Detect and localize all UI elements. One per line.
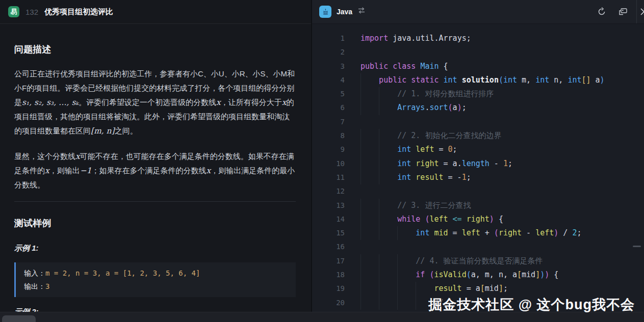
code-line: 3public class Main { [312, 60, 644, 73]
code-line: 1import java.util.Arrays; [312, 32, 644, 45]
code-line: 6Arrays.sort(a); [312, 101, 644, 115]
indent-guide [379, 212, 397, 226]
line-number: 20 [312, 296, 345, 310]
indent-guide [379, 254, 397, 268]
difficulty-badge: 易 [8, 6, 19, 17]
code-line: 14while (left <= right) { [312, 212, 644, 226]
indent-guide [379, 226, 397, 240]
code-line: 16 [312, 240, 644, 254]
indent-guide [397, 268, 416, 282]
output-label: 输出： [24, 282, 45, 290]
reset-code-icon[interactable] [597, 7, 607, 17]
code-line: 2 [312, 45, 644, 59]
format-code-icon[interactable] [618, 7, 628, 17]
indent-guide [360, 73, 379, 87]
code-line: 9int left = 0; [312, 143, 644, 156]
problem-panel: 易 132 优秀项目组初选评比 问题描述 公司正在进行优秀项目组评比的初选工作，… [0, 0, 311, 322]
inline-math: −1 [80, 166, 92, 175]
language-selector[interactable]: Java [319, 6, 366, 18]
indent-guide [360, 226, 379, 240]
line-number: 4 [312, 73, 345, 87]
code-line: 5// 1. 对得分数组进行排序 [312, 87, 644, 101]
inline-math: x [45, 166, 49, 175]
indent-guide [360, 143, 379, 156]
editor-header: Java [312, 0, 644, 24]
code-line: 17// 4. 验证当前分数线是否满足条件 [312, 254, 644, 268]
indent-guide [379, 268, 397, 282]
indent-guide [360, 282, 379, 296]
example-input-row: 输入：m = 2, n = 3, a = [1, 2, 3, 5, 6, 4] [24, 266, 288, 280]
editor-panel: Java [312, 0, 644, 322]
indent-guide [360, 199, 379, 212]
indent-guide [397, 296, 416, 310]
watermark-text: 掘金技术社区 @ 这个bug我不会 [428, 296, 635, 314]
line-number: 8 [312, 129, 345, 143]
line-number: 9 [312, 143, 345, 156]
indent-guide [360, 171, 379, 184]
indent-guide [360, 129, 379, 143]
indent-guide [397, 282, 416, 296]
problem-paragraph: 显然，这个分数线x可能不存在，也可能存在多个满足条件的分数线。如果不存在满足条件… [14, 149, 296, 192]
indent-guide [360, 268, 379, 282]
indent-guide [360, 254, 379, 268]
line-number: 12 [312, 184, 345, 198]
indent-guide [397, 226, 416, 240]
problem-description-scroll[interactable]: 问题描述 公司正在进行优秀项目组评比的初选工作，参赛者有小C、小U、小R、小S、… [0, 24, 311, 312]
indent-guide [379, 101, 397, 115]
header-divider [636, 0, 637, 24]
indent-guide [379, 143, 397, 156]
indent-guide [379, 129, 397, 143]
line-number: 15 [312, 226, 345, 240]
line-number: 19 [312, 282, 345, 296]
inline-math: x [282, 98, 287, 107]
code-line: 7 [312, 115, 644, 129]
indent-guide [379, 171, 397, 184]
description-heading: 问题描述 [14, 43, 296, 56]
bottom-bar-button[interactable] [2, 315, 36, 322]
example1-block: 输入：m = 2, n = 3, a = [1, 2, 3, 5, 6, 4] … [14, 262, 296, 297]
indent-guide [379, 199, 397, 212]
input-label: 输入： [24, 269, 45, 277]
indent-guide [379, 157, 397, 171]
indent-guide [379, 282, 397, 296]
indent-guide [360, 296, 379, 310]
code-line: 13// 3. 进行二分查找 [312, 199, 644, 212]
problem-number: 132 [25, 8, 38, 16]
indent-guide [379, 87, 397, 101]
code-line: 4public static int solution(int m, int n… [312, 73, 644, 87]
collapse-panel-icon[interactable] [639, 7, 644, 16]
code-line: 8// 2. 初始化二分查找的边界 [312, 129, 644, 143]
line-number: 10 [312, 157, 345, 171]
example1-label: 示例 1: [14, 244, 296, 253]
swap-language-icon[interactable] [357, 7, 366, 16]
scrollbar-marker[interactable] [633, 246, 641, 247]
line-number: 3 [312, 60, 345, 73]
line-number: 1 [312, 32, 345, 45]
indent-guide [379, 296, 397, 310]
example-output-row: 输出：3 [24, 280, 288, 293]
code-line: 11int result = -1; [312, 171, 644, 184]
indent-guide [360, 101, 379, 115]
samples-heading: 测试样例 [14, 217, 296, 229]
coding-problem-page: 易 132 优秀项目组初选评比 问题描述 公司正在进行优秀项目组评比的初选工作，… [0, 0, 644, 322]
inline-math: x [75, 152, 80, 161]
example2-label: 示例 2: [14, 307, 296, 312]
description-paragraphs: 公司正在进行优秀项目组评比的初选工作，参赛者有小C、小U、小R、小S、小M和小F… [14, 67, 296, 192]
line-number: 18 [312, 268, 345, 282]
line-number: 13 [312, 199, 345, 212]
line-number: 6 [312, 101, 345, 115]
indent-guide [397, 254, 416, 268]
line-number: 17 [312, 254, 345, 268]
line-number: 14 [312, 212, 345, 226]
code-line: 18if (isValid(a, m, n, a[mid])) { [312, 268, 644, 282]
problem-paragraph: 公司正在进行优秀项目组评比的初选工作，参赛者有小C、小U、小R、小S、小M和小F… [14, 67, 296, 138]
code-line: 19result = a[mid]; [312, 282, 644, 296]
code-editor[interactable]: 1import java.util.Arrays;23public class … [312, 24, 644, 322]
java-icon [319, 6, 331, 18]
inline-math: s₁, s₂, s₃, …, sₖ [22, 98, 79, 107]
indent-guide [360, 212, 379, 226]
line-number: 7 [312, 115, 345, 129]
line-number: 11 [312, 171, 345, 184]
code-line: 10int right = a.length - 1; [312, 157, 644, 171]
line-number: 16 [312, 240, 345, 254]
